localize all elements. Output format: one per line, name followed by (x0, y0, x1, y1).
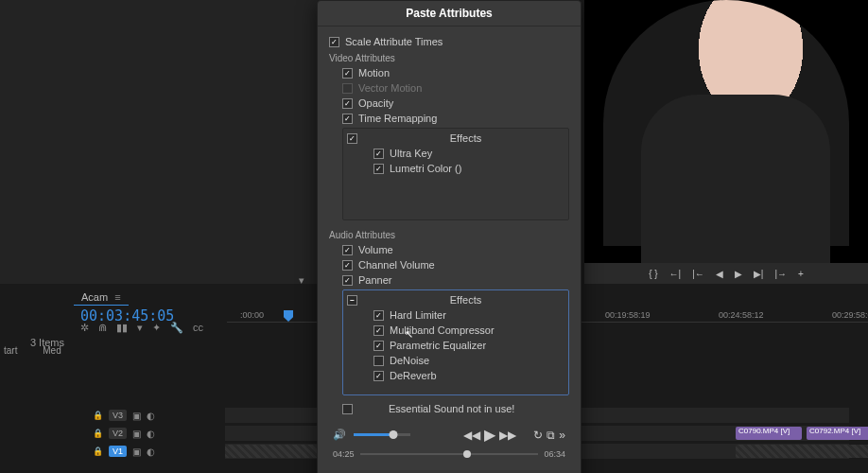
multiband-checkbox[interactable] (373, 325, 384, 336)
sequence-header: Acam ≡ (74, 289, 129, 308)
marker-icon[interactable]: ▮▮ (116, 322, 128, 334)
essential-sound-checkbox[interactable] (342, 404, 353, 414)
hard-limiter-checkbox[interactable] (373, 310, 384, 321)
track-tag-v3[interactable]: V3 (109, 410, 127, 421)
track-tag-v1[interactable]: V1 (109, 446, 127, 457)
opacity-checkbox[interactable] (342, 98, 353, 109)
add-marker-icon[interactable]: + (798, 269, 804, 279)
ruler-tick: 00:29:58:04 (832, 310, 868, 320)
clip[interactable]: C0792.MP4 [V] (807, 427, 868, 440)
play-icon[interactable]: ▶ (735, 269, 742, 279)
hard-limiter-label: Hard Limiter (390, 309, 446, 321)
loop-icon[interactable]: ↻ (533, 429, 543, 442)
parametric-eq-checkbox[interactable] (373, 341, 384, 351)
rewind-icon[interactable]: ◀◀ (463, 429, 480, 442)
timeline-left-labels: tart Med (0, 345, 80, 356)
track-eye-icon[interactable]: ◐ (147, 429, 155, 439)
speaker-icon[interactable]: 🔊 (333, 429, 346, 441)
caption-icon[interactable]: cc (193, 322, 203, 334)
lock-icon[interactable]: 🔒 (93, 429, 103, 438)
go-to-out-icon[interactable]: |→ (774, 269, 787, 279)
lumetri-checkbox[interactable] (373, 164, 384, 174)
col-media: Med (39, 345, 61, 356)
insert-icon[interactable]: ▾ (137, 322, 143, 334)
volume-slider[interactable] (354, 433, 410, 436)
wrench-icon[interactable]: 🔧 (170, 322, 183, 334)
player-duration: 06:34 (544, 449, 565, 459)
close-tab-icon[interactable]: ≡ (114, 291, 120, 303)
track-eye-icon[interactable]: ◐ (147, 411, 155, 421)
video-effects-master-checkbox[interactable] (347, 133, 357, 144)
dereverb-checkbox[interactable] (373, 371, 384, 381)
essential-sound-label: Essential Sound not in use! (358, 403, 514, 414)
dereverb-label: DeReverb (390, 370, 437, 381)
vector-motion-label: Vector Motion (358, 82, 422, 94)
step-fwd-icon[interactable]: ▶| (754, 269, 764, 279)
opacity-label: Opacity (358, 97, 393, 109)
lock-icon[interactable]: 🔒 (93, 447, 103, 456)
ultra-key-checkbox[interactable] (373, 149, 384, 159)
sequence-tab[interactable]: Acam ≡ (74, 289, 129, 306)
ruler-tick: :00:00 (240, 310, 264, 320)
player-current-time: 04:25 (333, 449, 355, 459)
motion-label: Motion (358, 67, 390, 79)
track-output-icon[interactable]: ▣ (132, 411, 141, 421)
audio-player: 🔊 ◀◀ ▶ ▶▶ ↻ ⧉ » 04:25 06:34 (329, 422, 569, 463)
volume-label: Volume (358, 244, 393, 255)
window-icon[interactable]: ⧉ (547, 429, 555, 442)
go-to-in-icon[interactable]: ←| (669, 269, 682, 279)
more-icon[interactable]: » (559, 429, 565, 442)
denoise-label: DeNoise (390, 355, 429, 366)
project-panel-bg (0, 0, 321, 284)
multiband-label: Multiband Compressor (390, 324, 495, 336)
seek-bar[interactable] (360, 453, 539, 455)
lock-icon[interactable]: 🔒 (93, 411, 103, 420)
project-panel: 3 Items (0, 284, 74, 341)
play-icon[interactable]: ▶ (484, 426, 495, 444)
ruler-tick: 00:24:58:12 (719, 310, 764, 320)
settings-icon[interactable]: ✦ (152, 322, 161, 334)
track-output-icon[interactable]: ▣ (132, 447, 141, 457)
ruler-tick: 00:19:58:19 (605, 310, 651, 320)
channel-volume-label: Channel Volume (358, 259, 435, 271)
parametric-eq-label: Parametric Equalizer (390, 340, 486, 351)
mark-in-out-icon[interactable]: { } (649, 269, 657, 279)
scale-times-label: Scale Attribute Times (345, 36, 443, 47)
linked-selection-icon[interactable]: ⋒ (98, 322, 107, 334)
dialog-title: Paste Attributes (318, 1, 581, 26)
track-tag-v2[interactable]: V2 (109, 428, 127, 439)
vector-motion-checkbox (342, 83, 353, 94)
video-attributes-label: Video Attributes (329, 49, 569, 65)
track-output-icon[interactable]: ▣ (132, 429, 141, 439)
lumetri-label: Lumetri Color () (390, 163, 461, 174)
program-monitor (584, 0, 868, 265)
motion-checkbox[interactable] (342, 68, 353, 79)
channel-volume-checkbox[interactable] (342, 260, 353, 271)
scale-times-checkbox[interactable] (329, 37, 339, 47)
denoise-checkbox[interactable] (373, 356, 384, 366)
snap-icon[interactable]: ✲ (80, 322, 89, 334)
playhead-icon[interactable] (284, 310, 293, 322)
forward-icon[interactable]: ▶▶ (499, 429, 516, 442)
time-remap-checkbox[interactable] (342, 114, 353, 124)
transport-bar: { } ←| |← ◀ ▶ ▶| |→ + (584, 263, 868, 284)
video-frame-body (641, 95, 830, 265)
paste-attributes-dialog: Paste Attributes Scale Attribute Times V… (317, 0, 582, 473)
volume-checkbox[interactable] (342, 245, 353, 255)
panner-checkbox[interactable] (342, 275, 353, 286)
audio-effects-box: Effects Hard Limiter Multiband Compresso… (342, 289, 569, 395)
track-eye-icon[interactable]: ◐ (147, 447, 155, 457)
play-back-icon[interactable]: ◀ (716, 269, 723, 279)
time-remap-label: Time Remapping (358, 113, 437, 124)
step-back-icon[interactable]: |← (692, 269, 704, 279)
clip[interactable]: C0790.MP4 [V] (736, 427, 802, 440)
video-effects-box: Effects Ultra Key Lumetri Color () (342, 128, 569, 220)
audio-effects-master-checkbox[interactable] (347, 295, 357, 306)
sequence-tab-label: Acam (81, 291, 108, 303)
filter-bin-icon[interactable]: ▾ (299, 274, 304, 287)
audio-attributes-label: Audio Attributes (329, 226, 569, 242)
col-start: tart (0, 345, 17, 356)
audio-effects-header: Effects (363, 294, 568, 306)
sequence-tools: ✲ ⋒ ▮▮ ▾ ✦ 🔧 cc (80, 322, 203, 334)
clip-muted[interactable] (736, 445, 868, 458)
